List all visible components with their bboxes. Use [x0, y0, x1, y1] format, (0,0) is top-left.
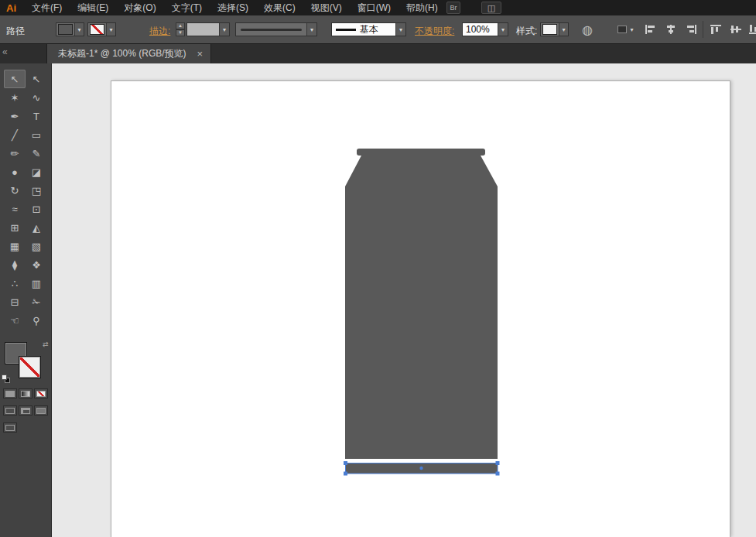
rotate-tool[interactable]: ↻: [4, 181, 26, 200]
align-top-button[interactable]: [707, 22, 724, 37]
pencil-tool[interactable]: ✎: [26, 144, 47, 162]
align-bottom-button[interactable]: [746, 22, 756, 37]
basic-brush-preview: [336, 29, 356, 31]
line-segment-tool[interactable]: ╱: [4, 125, 26, 144]
screen-mode-button[interactable]: [3, 422, 17, 433]
menu-file[interactable]: 文件(F): [24, 0, 70, 15]
arrange-documents-icon[interactable]: ◫: [481, 2, 501, 14]
stepper-up-icon[interactable]: ▲: [176, 22, 185, 29]
graphic-style-swatch: [542, 24, 557, 35]
brush-definition-value: 基本: [360, 23, 395, 36]
collapse-panel-icon[interactable]: «: [2, 46, 8, 57]
tool-icon: ◳: [32, 185, 41, 197]
type-tool[interactable]: T: [26, 107, 47, 125]
rectangle-tool[interactable]: ▭: [26, 125, 47, 144]
symbol-sprayer-tool[interactable]: ∴: [4, 274, 26, 292]
menu-type[interactable]: 文字(T): [164, 0, 210, 15]
menu-view[interactable]: 视图(V): [303, 0, 350, 15]
menu-select[interactable]: 选择(S): [210, 0, 256, 15]
paintbrush-tool[interactable]: ✏: [4, 144, 26, 162]
align-vcenter-button[interactable]: [727, 22, 744, 37]
width-profile-dropdown[interactable]: ▾: [235, 22, 317, 36]
gradient-button[interactable]: [19, 388, 32, 398]
width-tool[interactable]: ≈: [4, 200, 26, 218]
fill-stroke-wells: ⇄: [0, 340, 52, 430]
opacity-dropdown[interactable]: 100% ▾: [462, 22, 508, 36]
selection-tool[interactable]: ↖: [4, 70, 26, 88]
column-graph-tool[interactable]: ▥: [26, 274, 47, 292]
menu-help[interactable]: 帮助(H): [399, 0, 446, 15]
draw-normal-button[interactable]: [3, 405, 17, 416]
draw-inside-button[interactable]: [34, 405, 48, 416]
graphic-style-dropdown[interactable]: ▾: [540, 22, 569, 36]
blob-brush-tool[interactable]: ●: [4, 162, 26, 181]
brush-definition-dropdown[interactable]: 基本 ▾: [331, 22, 406, 36]
slice-tool[interactable]: ✁: [26, 292, 47, 311]
menu-list: 文件(F)编辑(E)对象(O)文字(T)选择(S)效果(C)视图(V)窗口(W)…: [24, 0, 446, 15]
close-icon[interactable]: ×: [197, 48, 204, 60]
stroke-panel-link[interactable]: 描边:: [149, 25, 170, 38]
direct-selection-tool[interactable]: ↖: [26, 70, 47, 88]
free-transform-tool[interactable]: ⊡: [26, 200, 47, 218]
menu-object[interactable]: 对象(O): [116, 0, 163, 15]
artboard[interactable]: [111, 80, 730, 537]
mesh-tool[interactable]: ▦: [4, 237, 26, 255]
tool-icon: ▧: [32, 241, 41, 252]
align-dropdown[interactable]: ▾: [614, 22, 640, 36]
eraser-tool[interactable]: ◪: [26, 162, 47, 181]
stroke-color-dropdown[interactable]: ▾: [87, 22, 116, 36]
chevron-down-icon: ▾: [395, 23, 405, 36]
none-button[interactable]: [34, 388, 48, 398]
bridge-icon[interactable]: Br: [446, 2, 460, 14]
tool-icon: ↻: [11, 185, 19, 197]
stepper-down-icon[interactable]: ▼: [176, 29, 185, 36]
canvas-area[interactable]: [52, 63, 756, 537]
align-right-button[interactable]: [682, 22, 700, 37]
menu-edit[interactable]: 编辑(E): [70, 0, 116, 15]
menu-window[interactable]: 窗口(W): [350, 0, 399, 15]
lasso-tool[interactable]: ∿: [26, 88, 47, 107]
blend-tool[interactable]: ❖: [26, 255, 47, 274]
opacity-panel-link[interactable]: 不透明度:: [415, 25, 454, 38]
chevron-down-icon: ▾: [306, 23, 316, 36]
artboard-tool[interactable]: ⊟: [4, 292, 26, 311]
tool-icon: ╱: [12, 129, 18, 141]
tool-icon: ▥: [32, 278, 41, 289]
align-left-button[interactable]: [642, 22, 659, 37]
menu-bar: Ai 文件(F)编辑(E)对象(O)文字(T)选择(S)效果(C)视图(V)窗口…: [0, 0, 756, 15]
stroke-weight-stepper[interactable]: ▲ ▼: [176, 22, 185, 36]
tool-icon: ↖: [32, 74, 41, 85]
perspective-grid-tool[interactable]: ◭: [26, 218, 47, 237]
tool-icon: ✁: [32, 296, 41, 308]
tool-icon: ●: [12, 166, 18, 178]
control-bar: 路径 ▾ ▾ 描边: ▲ ▼ ▾ ▾ 基本 ▾ 不透明度: 100%: [0, 15, 756, 44]
menu-effect[interactable]: 效果(C): [256, 0, 303, 15]
scale-tool[interactable]: ◳: [26, 181, 47, 200]
tool-icon: ⊞: [11, 222, 19, 234]
default-fill-stroke-icon[interactable]: [2, 375, 11, 384]
shape-builder-tool[interactable]: ⊞: [4, 218, 26, 237]
document-tab[interactable]: 未标题-1* @ 100% (RGB/预览) ×: [46, 44, 211, 63]
stroke-color-swatch: [90, 24, 104, 35]
pen-tool[interactable]: ✒: [4, 107, 26, 125]
chevron-down-icon: ▾: [219, 23, 229, 36]
hand-tool[interactable]: ☜: [4, 311, 26, 330]
tool-icon: ❖: [32, 259, 41, 271]
eyedropper-tool[interactable]: ⧫: [4, 255, 26, 274]
swap-fill-stroke-icon[interactable]: ⇄: [43, 340, 49, 348]
align-center-button[interactable]: [662, 22, 679, 37]
magic-wand-tool[interactable]: ✶: [4, 88, 26, 107]
fill-color-swatch: [58, 24, 73, 35]
tool-icon: ◪: [32, 166, 41, 178]
draw-behind-button[interactable]: [19, 405, 32, 416]
color-button[interactable]: [3, 388, 17, 398]
tools-panel: ↖ ↖ ✶ ∿ ✒ T ╱ ▭ ✏ ✎: [0, 63, 52, 537]
fill-color-dropdown[interactable]: ▾: [56, 22, 84, 36]
tool-icon: ⚲: [32, 315, 40, 327]
zoom-tool[interactable]: ⚲: [26, 311, 47, 330]
stroke-weight-dropdown[interactable]: ▾: [186, 22, 230, 36]
gradient-tool[interactable]: ▧: [26, 237, 47, 255]
document-setup-icon[interactable]: ◍: [582, 22, 593, 37]
tool-icon: ▦: [10, 241, 19, 252]
stroke-color-well[interactable]: [19, 356, 41, 378]
